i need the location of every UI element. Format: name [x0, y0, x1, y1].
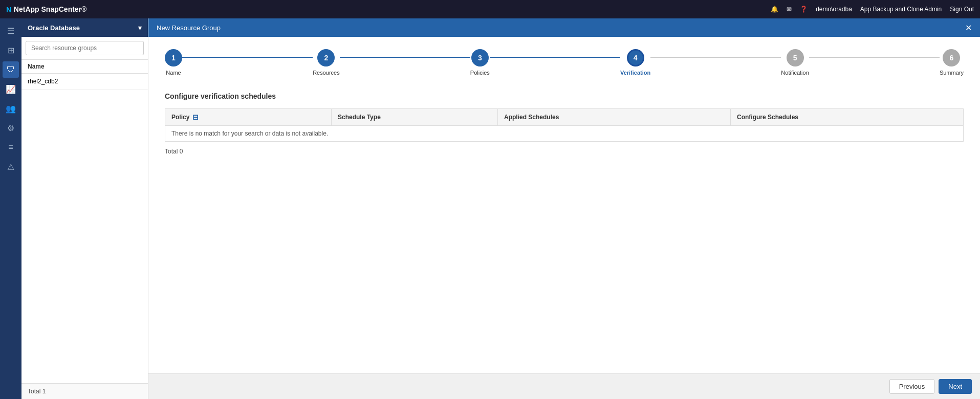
close-button[interactable]: ✕	[965, 23, 972, 33]
search-container	[21, 37, 148, 59]
step-circle-4: 4	[627, 49, 644, 66]
step-5: 5 Notification	[781, 49, 809, 76]
mail-icon[interactable]: ✉	[787, 6, 792, 13]
main-body: 1 Name 2 Resources 3 Policies	[148, 37, 980, 373]
left-panel-name-header: Name	[21, 59, 148, 74]
step-1: 1 Name	[165, 49, 182, 76]
icon-sidebar: ☰ ⊞ 🛡 📈 👥 ⚙ ≡ ⚠	[0, 18, 21, 399]
previous-button[interactable]: Previous	[889, 379, 935, 394]
top-nav-right: 🔔 ✉ ❓ demo\oradba App Backup and Clone A…	[771, 6, 974, 13]
top-nav-left: N NetApp SnapCenter®	[6, 5, 86, 14]
left-panel-title: Oracle Database	[28, 24, 80, 32]
next-button[interactable]: Next	[939, 379, 972, 394]
help-icon[interactable]: ❓	[800, 6, 808, 13]
list-item[interactable]: rhel2_cdb2	[21, 74, 148, 90]
step-label-4: Verification	[620, 70, 650, 76]
left-panel: Oracle Database ▾ Name rhel2_cdb2 Total …	[21, 18, 148, 399]
main-layout: ☰ ⊞ 🛡 📈 👥 ⚙ ≡ ⚠ Oracle Database ▾ Name r…	[0, 18, 980, 399]
signout-button[interactable]: Sign Out	[950, 6, 974, 13]
step-circle-5: 5	[787, 49, 804, 66]
step-circle-2: 2	[317, 49, 335, 66]
search-input[interactable]	[26, 41, 144, 55]
step-3: 3 Policies	[470, 49, 490, 76]
verification-table: Policy ⊟ Schedule Type Applied Schedules…	[165, 108, 964, 142]
step-label-1: Name	[166, 70, 181, 76]
col-schedule-type: Schedule Type	[332, 109, 498, 126]
stepper: 1 Name 2 Resources 3 Policies	[165, 49, 964, 76]
dropdown-icon[interactable]: ▾	[138, 24, 142, 32]
role-label: App Backup and Clone Admin	[860, 6, 942, 13]
step-label-5: Notification	[781, 70, 809, 76]
main-header: New Resource Group ✕	[148, 18, 980, 37]
main-content: New Resource Group ✕ 1 Name 2 Resources	[148, 18, 980, 399]
step-circle-6: 6	[943, 49, 960, 66]
nodes-nav-icon[interactable]: ⚙	[3, 120, 19, 136]
col-policy: Policy ⊟	[165, 109, 332, 126]
step-line-3	[490, 57, 620, 58]
users-nav-icon[interactable]: 👥	[3, 100, 19, 117]
menu-nav-icon[interactable]: ☰	[3, 23, 19, 39]
step-line-1	[182, 57, 313, 58]
empty-message: There is no match for your search or dat…	[165, 126, 964, 142]
main-header-title: New Resource Group	[157, 24, 221, 32]
step-label-3: Policies	[470, 70, 490, 76]
col-configure-schedules: Configure Schedules	[731, 109, 964, 126]
step-6: 6 Summary	[940, 49, 964, 76]
step-label-6: Summary	[940, 70, 964, 76]
list-nav-icon[interactable]: ≡	[3, 139, 19, 156]
top-navigation: N NetApp SnapCenter® 🔔 ✉ ❓ demo\oradba A…	[0, 0, 980, 18]
step-4: 4 Verification	[620, 49, 650, 76]
step-circle-1: 1	[165, 49, 182, 66]
step-line-4	[650, 57, 781, 58]
notification-icon[interactable]: 🔔	[771, 6, 778, 13]
section-title: Configure verification schedules	[165, 92, 964, 100]
brand-logo: N	[6, 5, 12, 14]
left-panel-footer: Total 1	[21, 383, 148, 399]
step-label-2: Resources	[313, 70, 340, 76]
step-circle-3: 3	[471, 49, 489, 66]
chart-nav-icon[interactable]: 📈	[3, 81, 19, 97]
step-line-5	[809, 57, 940, 58]
brand: N NetApp SnapCenter®	[6, 5, 86, 14]
main-footer: Previous Next	[148, 373, 980, 399]
shield-nav-icon[interactable]: 🛡	[3, 61, 19, 78]
col-applied-schedules: Applied Schedules	[498, 109, 731, 126]
user-label: demo\oradba	[816, 6, 852, 13]
alert-nav-icon[interactable]: ⚠	[3, 159, 19, 175]
step-2: 2 Resources	[313, 49, 340, 76]
total-label: Total 0	[165, 148, 964, 155]
step-line-2	[340, 57, 470, 58]
empty-row: There is no match for your search or dat…	[165, 126, 964, 142]
brand-name: NetApp SnapCenter®	[14, 5, 87, 13]
policy-filter-icon[interactable]: ⊟	[192, 113, 199, 121]
policy-col-label: Policy	[171, 114, 189, 121]
grid-nav-icon[interactable]: ⊞	[3, 42, 19, 58]
left-panel-header: Oracle Database ▾	[21, 18, 148, 37]
